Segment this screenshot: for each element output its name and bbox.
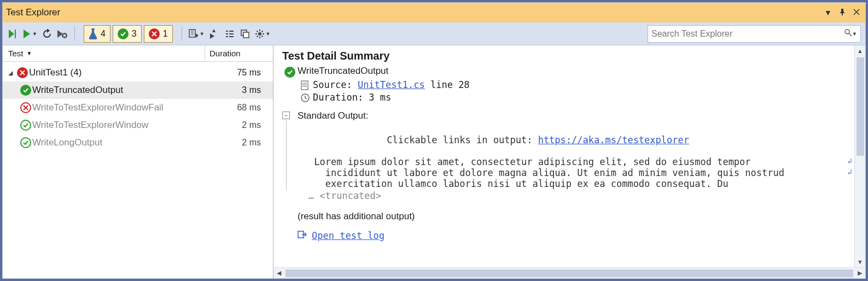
fail-icon [149, 28, 160, 39]
summary-failed-count: 1 [163, 29, 168, 39]
open-log-icon [298, 230, 307, 241]
source-line: line 28 [425, 79, 470, 90]
summary-failed-button[interactable]: 1 [144, 25, 173, 43]
tree-test-row[interactable]: WriteToTestExplorerWindowFail 68 ms [3, 99, 273, 116]
svg-rect-2 [189, 30, 195, 37]
output-link[interactable]: https://aka.ms/testexplorer [538, 134, 689, 145]
chevron-down-icon: ▼ [32, 31, 37, 37]
search-box[interactable]: ▼ [648, 25, 861, 43]
tree-test-row[interactable]: WriteLongOutput 2 ms [3, 134, 273, 151]
test-list-panel: Test ▼ Duration ◢ UnitTest1 (4) 75 ms Wr… [3, 45, 273, 278]
svg-point-5 [258, 32, 261, 36]
standard-output-block: − Standard Output: Clickable links in ou… [282, 110, 849, 201]
window-title: Test Explorer [6, 7, 60, 18]
tree-test-row[interactable]: WriteToTestExplorerWindow 2 ms [3, 116, 273, 134]
clock-icon [298, 92, 313, 103]
additional-output-note: (result has additional output) [282, 211, 849, 222]
chevron-down-icon[interactable]: ▼ [852, 31, 857, 37]
expand-toggle-icon[interactable]: ◢ [8, 69, 16, 77]
test-detail-content: Test Detail Summary WriteTruncatedOutput… [273, 45, 854, 267]
tree-test-row[interactable]: WriteTruncatedOutput 3 ms [3, 81, 273, 99]
svg-rect-7 [301, 81, 308, 90]
scroll-thumb[interactable] [857, 57, 864, 156]
collapse-toggle[interactable]: − [282, 112, 290, 119]
column-test-header[interactable]: Test ▼ [3, 45, 205, 61]
scroll-up-icon[interactable]: ▲ [855, 45, 865, 56]
summary-passed-button[interactable]: 3 [113, 25, 142, 43]
tree-group-row[interactable]: ◢ UnitTest1 (4) 75 ms [3, 64, 273, 81]
window-menu-dropdown-icon[interactable]: ▼ [823, 8, 834, 17]
svg-rect-0 [15, 30, 16, 38]
source-label: Source: [313, 79, 358, 90]
column-headers: Test ▼ Duration [3, 45, 273, 62]
scroll-thumb[interactable] [286, 270, 853, 277]
toolbar: ▼ 4 3 [3, 22, 865, 45]
summary-total-count: 4 [101, 29, 106, 39]
test-tree: ◢ UnitTest1 (4) 75 ms WriteTruncatedOutp… [3, 62, 273, 154]
summary-total-button[interactable]: 4 [84, 25, 110, 43]
scroll-left-icon[interactable]: ◀ [273, 268, 284, 278]
chevron-down-icon: ▼ [200, 31, 205, 37]
column-duration-header[interactable]: Duration [205, 45, 273, 61]
truncated-marker: … <truncated> [298, 190, 849, 201]
close-icon[interactable] [851, 8, 862, 17]
pass-outline-icon [20, 120, 31, 131]
std-output-heading: Standard Output: [298, 110, 849, 121]
settings-button[interactable]: ▼ [254, 26, 272, 42]
scroll-down-icon[interactable]: ▼ [855, 256, 865, 267]
chevron-down-icon: ▼ [266, 31, 271, 37]
fail-outline-icon [20, 102, 31, 113]
open-test-log-link[interactable]: Open test log [312, 230, 385, 241]
pass-icon [118, 28, 129, 39]
svg-rect-4 [243, 32, 249, 38]
summary-passed-count: 3 [132, 29, 137, 39]
run-button[interactable]: ▼ [22, 26, 38, 42]
scroll-right-icon[interactable]: ▶ [854, 268, 865, 278]
wrap-indicator-icon: ↲ [848, 156, 852, 165]
window-titlebar: Test Explorer ▼ [3, 3, 865, 22]
duration-value: 3 ms [369, 92, 391, 103]
fail-icon [17, 67, 28, 78]
search-input[interactable] [651, 29, 842, 39]
document-icon [298, 79, 313, 90]
source-file-link[interactable]: UnitTest1.cs [358, 79, 425, 90]
detail-heading: Test Detail Summary [282, 50, 849, 62]
detail-test-name: WriteTruncatedOutput [298, 66, 388, 77]
pass-outline-icon [20, 137, 31, 148]
run-all-button[interactable] [7, 26, 20, 42]
group-by-button[interactable] [223, 26, 236, 42]
test-detail-panel: Test Detail Summary WriteTruncatedOutput… [273, 45, 865, 278]
vertical-scrollbar[interactable]: ▲ ▼ [854, 45, 865, 267]
run-failed-button[interactable] [56, 26, 69, 42]
search-icon[interactable] [844, 29, 852, 38]
playlist-button[interactable]: ▼ [188, 26, 206, 42]
sort-indicator-icon: ▼ [27, 50, 32, 56]
run-after-build-button[interactable] [208, 26, 221, 42]
pass-icon [284, 67, 295, 78]
repeat-last-run-button[interactable] [40, 26, 54, 42]
pass-icon [20, 85, 31, 96]
wrap-indicator-icon: ↲ [848, 167, 852, 176]
svg-point-6 [845, 30, 849, 34]
duration-label: Duration: [313, 92, 369, 103]
columns-button[interactable] [238, 26, 252, 42]
flask-icon [89, 28, 97, 39]
horizontal-scrollbar[interactable]: ◀ ▶ [273, 267, 865, 278]
pin-icon[interactable] [837, 8, 848, 17]
